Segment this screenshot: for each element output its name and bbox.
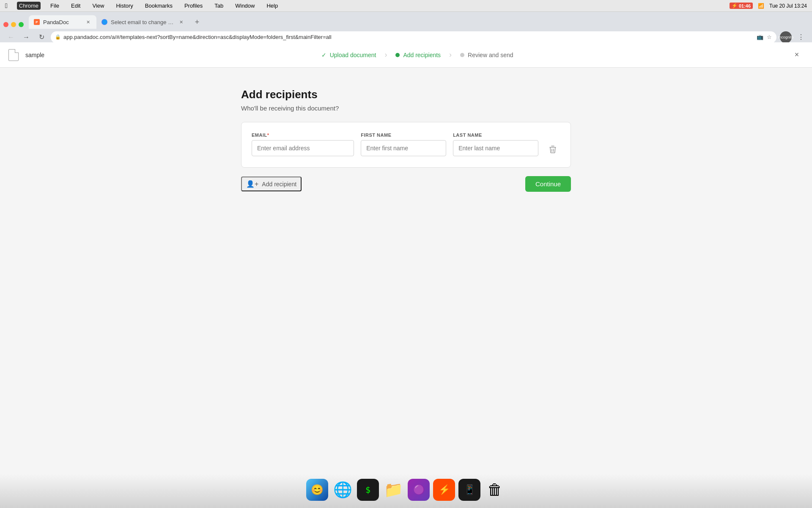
menubar-view[interactable]: View [90, 2, 106, 10]
new-tab-button[interactable]: + [191, 16, 203, 28]
page-subtitle: Who'll be receiving this document? [241, 105, 571, 112]
email-label: EMAIL* [252, 133, 354, 138]
lock-icon: 🔒 [55, 34, 61, 40]
step-recipients-dot [395, 53, 400, 57]
battery-indicator: ⚡ 01:46 [730, 3, 753, 9]
step-upload: ✓ Upload document [315, 52, 383, 58]
window-minimize[interactable] [11, 22, 16, 27]
chrome-window: P PandaDoc ✕ 🌐 Select email to change | … [0, 12, 812, 508]
dock-trash[interactable]: 🗑 [484, 479, 506, 501]
menubar-bookmarks[interactable]: Bookmarks [143, 2, 175, 10]
tab-close-django[interactable]: ✕ [178, 19, 184, 25]
first-name-label: FIRST NAME [361, 133, 446, 138]
menubar-chrome[interactable]: Chrome [17, 2, 41, 10]
tab-favicon-pandadoc: P [34, 19, 40, 25]
page-title: Add recipients [241, 88, 571, 101]
last-name-group: LAST NAME [453, 133, 538, 156]
dock-chrome[interactable]: 🌐 [332, 479, 354, 501]
menubar-tab[interactable]: Tab [212, 2, 225, 10]
dock-terminal[interactable]: $ [357, 479, 379, 501]
dock-app5[interactable]: 🟣 [408, 479, 430, 501]
content-container: Add recipients Who'll be receiving this … [241, 88, 571, 192]
step-review-dot [460, 53, 464, 57]
app-header: sample ✓ Upload document › Add recipient… [0, 42, 812, 68]
menubar-right: ⚡ 01:46 📶 Tue 20 Jul 13:24 [730, 3, 807, 9]
reload-button[interactable]: ↻ [36, 31, 47, 43]
bookmark-icon[interactable]: ☆ [765, 33, 773, 41]
url-text: app.pandadoc.com/a/#/templates-next?sort… [63, 34, 332, 40]
step-arrow-1: › [384, 50, 387, 59]
step-arrow-2: › [449, 50, 452, 59]
main-content: Add recipients Who'll be receiving this … [0, 68, 812, 508]
menubar-profiles[interactable]: Profiles [182, 2, 205, 10]
browser-menu-button[interactable]: ⋮ [795, 31, 807, 43]
dock-finder[interactable]: 😊 [306, 479, 328, 501]
menubar-file[interactable]: File [48, 2, 61, 10]
first-name-input[interactable] [361, 140, 446, 156]
step-recipients-label: Add recipients [403, 52, 441, 58]
menubar-history[interactable]: History [114, 2, 135, 10]
window-maximize[interactable] [19, 22, 24, 27]
menubar:  Chrome File Edit View History Bookmark… [0, 0, 812, 12]
close-button[interactable]: × [790, 48, 804, 62]
step-review: Review and send [453, 52, 520, 58]
clock: Tue 20 Jul 13:24 [769, 3, 807, 9]
chrome-tab-area: P PandaDoc ✕ 🌐 Select email to change | … [0, 12, 812, 42]
add-person-icon: 👤+ [246, 180, 258, 188]
recipients-form-card: EMAIL* FIRST NAME LAST NAME [241, 122, 571, 168]
steps-navigation: ✓ Upload document › Add recipients › Rev… [51, 50, 783, 59]
email-input[interactable] [252, 140, 354, 156]
step-upload-label: Upload document [330, 52, 376, 58]
document-name: sample [25, 52, 44, 58]
form-actions: 👤+ Add recipient Continue [241, 176, 571, 192]
menubar-help[interactable]: Help [264, 2, 280, 10]
window-close[interactable] [3, 22, 8, 27]
last-name-label: LAST NAME [453, 133, 538, 138]
step-recipients: Add recipients [389, 52, 447, 58]
cast-icon[interactable]: 📺 [756, 33, 764, 41]
forward-button[interactable]: → [20, 31, 32, 43]
profile-button[interactable]: Incognito [780, 31, 792, 43]
delete-recipient-button[interactable] [545, 142, 560, 157]
address-wrapper: 🔒 app.pandadoc.com/a/#/templates-next?so… [51, 31, 776, 43]
app-body: sample ✓ Upload document › Add recipient… [0, 42, 812, 508]
profile-label: Incognito [778, 35, 794, 39]
trash-icon [549, 145, 557, 154]
menubar-edit[interactable]: Edit [69, 2, 82, 10]
wifi-icon: 📶 [758, 3, 764, 9]
add-recipient-button[interactable]: 👤+ Add recipient [241, 177, 302, 191]
step-review-label: Review and send [468, 52, 513, 58]
menubar-window[interactable]: Window [233, 2, 257, 10]
tab-django[interactable]: 🌐 Select email to change | Djang... ✕ [96, 15, 189, 29]
continue-button[interactable]: Continue [525, 176, 571, 192]
dock-folder[interactable]: 📁 [382, 479, 404, 501]
dock-app7[interactable]: 📱 [458, 479, 480, 501]
form-row: EMAIL* FIRST NAME LAST NAME [252, 133, 560, 157]
dock: 😊 🌐 $ 📁 🟣 ⚡ 📱 🗑 [0, 474, 812, 508]
tab-label-django: Select email to change | Djang... [111, 19, 174, 25]
tab-pandadoc[interactable]: P PandaDoc ✕ [29, 15, 96, 29]
step-upload-check: ✓ [321, 52, 326, 58]
email-group: EMAIL* [252, 133, 354, 156]
tab-favicon-django: 🌐 [102, 19, 107, 25]
apple-menu[interactable]:  [5, 2, 8, 10]
tab-close-pandadoc[interactable]: ✕ [85, 19, 91, 25]
add-recipient-label: Add recipient [262, 181, 296, 188]
address-display[interactable]: app.pandadoc.com/a/#/templates-next?sort… [51, 31, 776, 43]
address-right-icons: 📺 ☆ [756, 33, 773, 41]
dock-zapier[interactable]: ⚡ [433, 479, 455, 501]
last-name-input[interactable] [453, 140, 538, 156]
tab-label-pandadoc: PandaDoc [43, 19, 81, 25]
document-icon [8, 49, 19, 61]
first-name-group: FIRST NAME [361, 133, 446, 156]
tab-bar: P PandaDoc ✕ 🌐 Select email to change | … [0, 12, 812, 29]
email-required-marker: * [267, 133, 269, 138]
back-button[interactable]: ← [5, 31, 17, 43]
